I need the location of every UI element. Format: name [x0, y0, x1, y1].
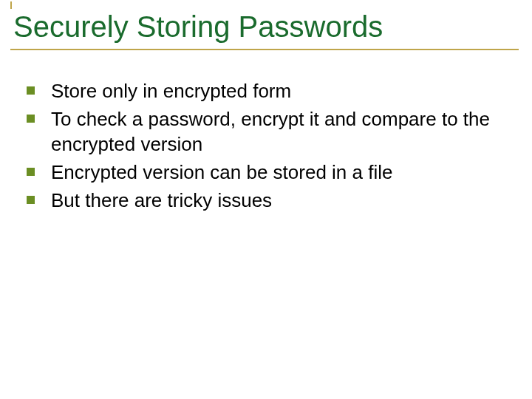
bullet-text: Store only in encrypted form [51, 78, 291, 103]
square-bullet-icon [27, 168, 35, 176]
bullet-text: To check a password, encrypt it and comp… [51, 106, 502, 157]
list-item: To check a password, encrypt it and comp… [27, 106, 502, 157]
square-bullet-icon [27, 115, 35, 123]
list-item: Encrypted version can be stored in a fil… [27, 160, 502, 185]
slide-title: Securely Storing Passwords [10, 9, 519, 49]
title-block: Securely Storing Passwords [10, 9, 519, 50]
list-item: Store only in encrypted form [27, 78, 502, 103]
title-rule-tick [10, 1, 12, 9]
title-rule [10, 49, 519, 50]
bullet-text: Encrypted version can be stored in a fil… [51, 160, 392, 185]
square-bullet-icon [27, 196, 35, 204]
slide: Securely Storing Passwords Store only in… [0, 0, 532, 399]
square-bullet-icon [27, 86, 35, 95]
bullet-text: But there are tricky issues [51, 188, 272, 213]
body-content: Store only in encrypted form To check a … [27, 78, 502, 216]
list-item: But there are tricky issues [27, 188, 502, 213]
